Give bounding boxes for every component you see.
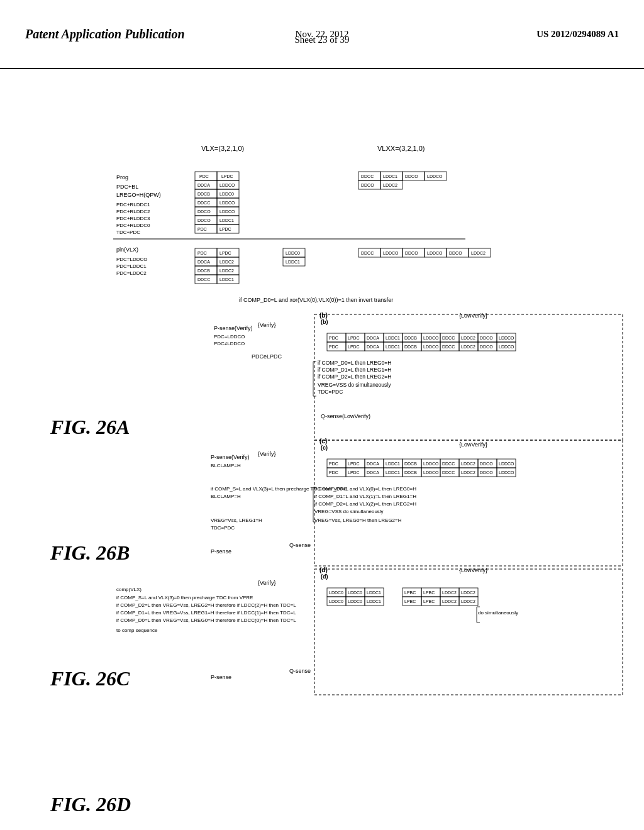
fig26b-label: FIG. 26B — [50, 541, 130, 564]
cell-ddca-d: LDDC1 — [367, 590, 381, 595]
cell-lddco-r: LDDCO — [427, 174, 443, 179]
cell-lpdc-d: LDDC0 — [348, 590, 362, 595]
verify-d: {Verify} — [258, 580, 276, 586]
verify-c: {Verify} — [258, 451, 276, 457]
pdc-lddco: PDC=LDDCO — [116, 257, 148, 262]
cell-lddco3: LDDCO — [219, 209, 235, 214]
cell-lddc2-d2: LDDC2 — [461, 599, 475, 604]
tdc-pdc-c: TDC=PDC — [211, 525, 235, 531]
vreg-vss-c: VREG=VSS do simultaneously — [314, 509, 384, 514]
cell-lddc2-d: LDDC2 — [461, 590, 475, 595]
cell-ddcc-r2: DDCC — [361, 251, 374, 255]
to-comp-seq-d: to comp sequence — [116, 628, 158, 633]
cell-ddcd: DDCO — [197, 209, 211, 214]
cell-lpdc: LPDC — [221, 174, 233, 179]
cell-ddcc-b2: DDCC — [442, 345, 455, 349]
cell-lddco-d: LPBC — [423, 590, 435, 595]
cell-ddcc-r: DDCC — [361, 174, 374, 179]
cell-ddcb-c: DDCB — [404, 462, 417, 466]
cell-lddco-r3: LDDCO — [427, 251, 443, 255]
cell-ddca-b: DDCA — [367, 336, 379, 340]
p-sense-verify: P-sense(Verify) — [214, 325, 253, 331]
cell-lddc1-b: LDDC1 — [386, 336, 400, 340]
cell-lpdc-c: LPDC — [348, 462, 360, 466]
cell-ddca-c: DDCA — [367, 462, 379, 466]
pln-vlx: pln(VLX) — [116, 246, 138, 253]
do-sim-d: do simultaneously — [478, 610, 518, 616]
cell-lddco-b2: LDDCO — [499, 336, 514, 340]
cell-lddco: LDDCO — [219, 183, 235, 187]
cell-ddcb: DDCB — [197, 192, 210, 196]
p-sense-c2: P-sense — [211, 548, 231, 555]
d-bracket-label: (d) — [319, 567, 328, 573]
cell-ddcb-b2: DDCB — [404, 345, 417, 349]
cell-ddcb-c2: DDCB — [404, 470, 417, 475]
patent-drawing: FIG. 26A FIG. 26B FIG. 26C FIG. 26D VLX=… — [0, 69, 644, 830]
seq-item2: PDC+RLDDC2 — [116, 209, 150, 214]
cell-lddc0b: LDDC0 — [219, 192, 234, 196]
cell-ddca-d2: LDDC1 — [367, 599, 381, 604]
cell-lpdc-b: LPDC — [348, 336, 360, 340]
cell-ddco-r4: DDCO — [449, 251, 462, 255]
sheet-number: Sheet 23 of 39 — [294, 35, 349, 45]
cell-ddcc-d: LDDC2 — [442, 590, 457, 595]
cell-ddcc-c2: DDCC — [442, 470, 455, 475]
cell-lddco-b: LDDCO — [423, 336, 439, 340]
if-comp-d2-c: if COMP_D2=L and VLX(2)=L then LREG2=H — [314, 501, 416, 507]
cell-ddce: DDCO — [197, 218, 211, 223]
cell-lddc1-c2: LDDC1 — [386, 470, 400, 475]
verify-b: {Verify} — [258, 322, 276, 328]
cell-lddco-b3: LDDCO — [423, 345, 439, 349]
cell-lddco-c2: LDDCO — [499, 462, 514, 466]
lowverify-c: {LowVerify} — [459, 441, 487, 448]
vreg-vss-b2: TDC=PDC — [318, 389, 343, 395]
b-bracket-label: (b) — [319, 312, 328, 319]
seq-item1: PDC+RLDDC1 — [116, 202, 150, 208]
cell-ddco-r3: DDCO — [405, 251, 418, 255]
cell-lddc1-l: LDDC1 — [219, 277, 234, 282]
cell-pdc-b2: PDC — [329, 345, 338, 349]
cell-pdc-d: LDDC0 — [329, 590, 343, 595]
cell-lddc2-l: LDDC2 — [219, 260, 234, 264]
cell-ddcb2: DDCB — [197, 268, 210, 273]
cell-ddcb-d: LPBC — [404, 590, 416, 595]
cell-lpdc-c2: LPDC — [348, 470, 360, 475]
q-sense-c: Q-sense — [289, 542, 311, 548]
lrego-h-label: LREGO=H(QPW) — [116, 192, 161, 198]
fig26c-c-label: (c) — [321, 445, 328, 451]
if-comp-d0-b: if COMP_D0=L then LREG0=H — [318, 360, 391, 366]
q-sense-lv: Q-sense(LowVerify) — [321, 413, 370, 419]
pdc-bl-label: PDC+BL — [116, 184, 138, 190]
publication-title: Patent Application Publication — [25, 26, 223, 42]
cell-pdc-b: PDC — [329, 336, 338, 340]
cell-lpdc-l: LPDC — [219, 251, 231, 255]
if-comp-s-d: if COMP_S=L and VLX(3)=0 then precharge … — [116, 595, 253, 600]
cell-lddc2-c: LDDC2 — [461, 462, 475, 466]
cell-lddc0: LDDC0 — [286, 251, 300, 255]
if-comp-d0-b3: if COMP_D2=L then LREG2=H — [318, 374, 391, 380]
cell-lddc1-m: LDDC1 — [286, 260, 300, 264]
cell-lddc2-r4: LDDC2 — [471, 251, 486, 255]
prog-label: Prog — [116, 174, 128, 180]
if-comp-d1-c: if COMP_D1=L and VLX(1)=L then LREG1=H — [314, 494, 416, 499]
cell-ddco-c2: DDCO — [480, 470, 493, 475]
cell-pdc2: PDC — [197, 227, 207, 231]
cell-lpdc-b2: LPDC — [348, 345, 360, 349]
cell-lddco-d2: LPBC — [423, 599, 435, 604]
vlxx-label-a2: VLXX=(3,2,1,0) — [377, 145, 425, 152]
cell-lddc2-b2: LDDC2 — [461, 345, 475, 349]
cell-ddco-b2: DDCO — [480, 345, 493, 349]
pdc-lddco3: PDC=LDDC2 — [116, 270, 147, 276]
cell-lddc1-b2: LDDC1 — [386, 345, 400, 349]
vreg-tdc-c: VREG=Vss, LREG0=H then LREG2=H — [314, 517, 402, 523]
seq-item4: PDC+RLDDC0 — [116, 223, 150, 228]
patent-number: US 2012/0294089 A1 — [421, 29, 619, 40]
if-comp-label: if COMP_D0=L and xor(VLX(0),VLX(0))=1 th… — [239, 297, 393, 303]
p-sense-c: P-sense(Verify) — [211, 454, 250, 460]
cell-ddcc: DDCC — [197, 201, 210, 205]
fig26d-label: FIG. 26D — [50, 793, 131, 816]
cell-lddc2-r: LDDC2 — [383, 183, 397, 187]
cell-lddco-r2: LDDCO — [383, 251, 399, 255]
main-content: FIG. 26A FIG. 26B FIG. 26C FIG. 26D VLX=… — [0, 69, 644, 830]
cell-ddce-r: DDCO — [405, 174, 418, 179]
